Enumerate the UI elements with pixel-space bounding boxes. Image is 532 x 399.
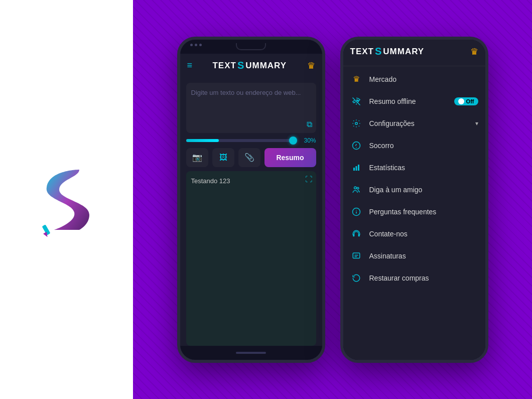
drawer-header: TEXT S UMMARY ♛ (343, 54, 485, 64)
drawer-item-socorro[interactable]: Socorro (343, 135, 485, 157)
svg-rect-6 (353, 168, 355, 171)
expand-icon[interactable]: ⛶ (305, 175, 312, 183)
phone-1-header: ≡ TEXT S UMMARY ♛ (180, 54, 322, 78)
mercado-icon: ♛ (350, 73, 362, 85)
svg-point-9 (354, 187, 356, 189)
contate-label: Contate-nos (369, 230, 478, 238)
output-text: Testando 123 (191, 177, 230, 185)
action-buttons: 📷 🖼 📎 Resumo (186, 148, 316, 167)
svg-point-4 (352, 142, 360, 149)
chart-icon (350, 162, 362, 174)
attach-icon: 📎 (244, 153, 254, 162)
title-s-letter: S (237, 60, 244, 71)
help-icon (350, 140, 362, 152)
gear-icon (350, 117, 362, 129)
drawer-item-mercado[interactable]: ♛ Mercado (343, 68, 485, 90)
svg-point-10 (357, 187, 359, 189)
drawer-item-configuracoes[interactable]: Configurações ▾ (343, 112, 485, 135)
phone-1-status-dots (190, 44, 202, 46)
phone-dot-3 (199, 44, 202, 46)
subscriptions-icon (350, 250, 362, 262)
phone-2-screen: ≡ TEXT S UMMARY ♛ 30% (343, 54, 485, 346)
offline-toggle[interactable]: Off (454, 97, 478, 105)
estatisticas-label: Estatísticas (369, 164, 478, 172)
output-area: Testando 123 ⛶ (186, 171, 316, 346)
image-button[interactable]: 🖼 (212, 148, 234, 167)
phone-1-screen: ≡ TEXT S UMMARY ♛ Digite um texto ou end… (180, 54, 322, 346)
phone-1: ≡ TEXT S UMMARY ♛ Digite um texto ou end… (177, 37, 325, 363)
home-indicator (236, 352, 266, 354)
attach-button[interactable]: 📎 (238, 148, 260, 167)
svg-rect-12 (353, 234, 354, 236)
phone-dot-1 (190, 44, 193, 46)
drawer-item-contate[interactable]: Contate-nos (343, 223, 485, 245)
info-icon (350, 206, 362, 218)
text-input-placeholder: Digite um texto ou endereço de web... (191, 89, 301, 96)
image-icon: 🖼 (219, 153, 227, 162)
phone-1-app-title: TEXT S UMMARY (212, 60, 287, 71)
assinaturas-label: Assinaturas (369, 252, 478, 260)
perguntas-label: Perguntas frequentes (369, 208, 478, 216)
camera-button[interactable]: 📷 (186, 148, 208, 167)
drawer-item-perguntas[interactable]: Perguntas frequentes (343, 201, 485, 223)
camera-icon: 📷 (192, 153, 202, 162)
phone-2: ≡ TEXT S UMMARY ♛ 30% (340, 37, 488, 363)
svg-rect-13 (358, 234, 359, 236)
drawer-crown-icon: ♛ (470, 54, 478, 57)
app-logo (34, 160, 99, 240)
hamburger-menu-icon[interactable]: ≡ (187, 60, 193, 71)
drawer-item-diga-amigo[interactable]: Diga à um amigo (343, 179, 485, 201)
resumo-button[interactable]: Resumo (264, 148, 316, 167)
svg-point-5 (356, 147, 357, 148)
text-input-area[interactable]: Digite um texto ou endereço de web... ⧉ (186, 83, 316, 133)
toggle-dot (458, 98, 464, 104)
drawer-item-assinaturas[interactable]: Assinaturas (343, 245, 485, 267)
right-panel: ≡ TEXT S UMMARY ♛ Digite um texto ou end… (133, 0, 532, 399)
crown-icon[interactable]: ♛ (307, 60, 315, 71)
svg-rect-7 (355, 166, 357, 171)
drawer-s-letter: S (375, 54, 382, 58)
svg-point-2 (355, 103, 356, 104)
drawer-item-resumo-offline[interactable]: Resumo offline Off (343, 90, 485, 112)
wifi-off-icon (350, 95, 362, 107)
slider-track[interactable] (186, 139, 296, 142)
svg-point-3 (355, 122, 357, 124)
restaurar-label: Restaurar compras (369, 274, 478, 282)
drawer-item-estatisticas[interactable]: Estatísticas (343, 157, 485, 179)
phone-1-notch-bar (180, 40, 322, 54)
slider-area: 30% (186, 137, 316, 144)
phone-1-bottom (180, 346, 322, 360)
toggle-label: Off (466, 98, 474, 104)
resumo-offline-label: Resumo offline (369, 97, 447, 105)
svg-rect-8 (358, 165, 359, 171)
headset-icon (350, 228, 362, 240)
chevron-down-icon: ▾ (475, 120, 478, 127)
people-icon (350, 184, 362, 196)
restore-icon (350, 272, 362, 284)
phone-notch (236, 43, 266, 50)
copy-icon[interactable]: ⧉ (307, 120, 312, 129)
mercado-label: Mercado (369, 75, 478, 83)
drawer-item-restaurar[interactable]: Restaurar compras (343, 267, 485, 289)
title-ummary: UMMARY (245, 61, 287, 71)
diga-amigo-label: Diga à um amigo (369, 186, 478, 194)
slider-fill (186, 139, 219, 142)
title-text-part: TEXT (212, 61, 236, 71)
drawer-divider-top (343, 66, 485, 66)
slider-percent: 30% (300, 137, 316, 144)
left-panel (0, 0, 133, 399)
socorro-label: Socorro (369, 142, 478, 150)
drawer-app-title: TEXT S UMMARY (350, 54, 425, 58)
resumo-label: Resumo (276, 154, 304, 162)
phone-dot-2 (195, 44, 197, 46)
slider-thumb[interactable] (289, 137, 297, 145)
configuracoes-label: Configurações (369, 119, 468, 127)
navigation-drawer: TEXT S UMMARY ♛ ♛ Mercado (343, 54, 485, 346)
